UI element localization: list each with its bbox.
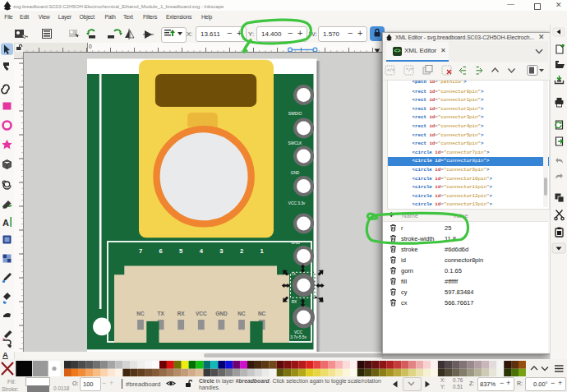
- svg-text:3: 3: [219, 247, 223, 255]
- svg-text:A: A: [2, 218, 9, 228]
- svg-text:"/": "/": [406, 68, 413, 73]
- svg-text:GND: GND: [291, 241, 300, 245]
- svg-text:6: 6: [159, 247, 162, 255]
- svg-text:TX: TX: [291, 272, 297, 276]
- svg-text:NC: NC: [136, 311, 145, 316]
- svg-text:RX: RX: [177, 311, 186, 316]
- svg-text:NC: NC: [237, 311, 246, 316]
- svg-text:SWDIO: SWDIO: [288, 112, 302, 116]
- svg-text:GND: GND: [215, 311, 228, 316]
- svg-text:VCC: VCC: [196, 311, 207, 316]
- svg-text:VCC 3.3v: VCC 3.3v: [288, 201, 306, 205]
- svg-text:VCC: VCC: [294, 330, 303, 334]
- svg-text:SWCLK: SWCLK: [288, 141, 302, 145]
- svg-text:TX: TX: [157, 311, 164, 316]
- svg-text:3.7v-5.5v: 3.7v-5.5v: [290, 335, 307, 339]
- svg-text:RX: RX: [292, 300, 297, 304]
- svg-text:</>: </>: [387, 68, 394, 73]
- svg-text:2: 2: [240, 247, 243, 255]
- svg-text:NC: NC: [258, 311, 266, 316]
- svg-text:7: 7: [139, 247, 142, 255]
- svg-text:GND: GND: [291, 171, 300, 175]
